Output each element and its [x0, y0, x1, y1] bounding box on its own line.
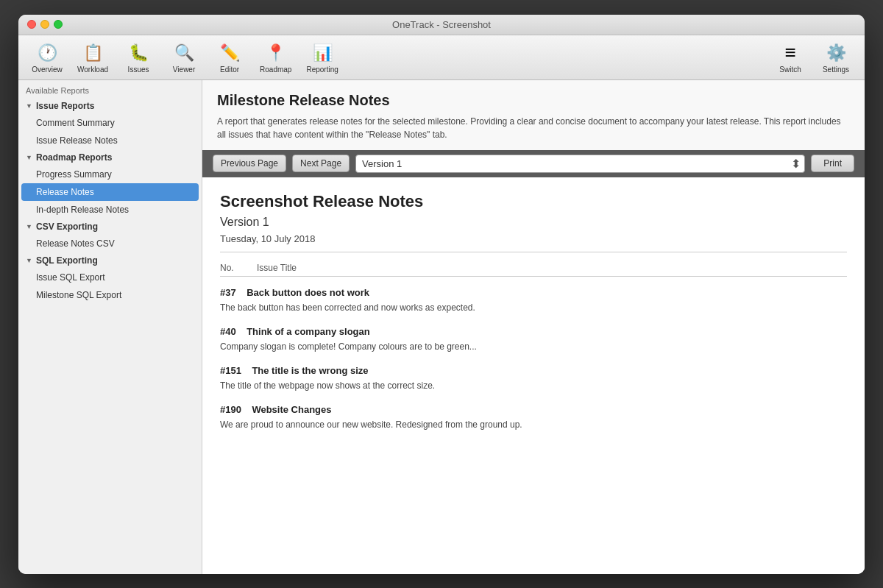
toolbar-editor[interactable]: ✏️ Editor — [210, 40, 249, 75]
sidebar-item-release-notes-csv[interactable]: Release Notes CSV — [18, 235, 202, 252]
close-button[interactable] — [27, 20, 36, 29]
sidebar-group-roadmap-reports[interactable]: ▼ Roadmap Reports — [18, 149, 202, 166]
reporting-label: Reporting — [306, 65, 338, 74]
content-description: A report that generates release notes fo… — [217, 115, 850, 141]
issue-heading-190: #190 Website Changes — [220, 404, 847, 415]
sidebar-item-comment-summary[interactable]: Comment Summary — [18, 114, 202, 132]
content-header: Milestone Release Notes A report that ge… — [202, 80, 865, 150]
issue-heading-151: #151 The title is the wrong size — [220, 365, 847, 376]
issue-heading-37: #37 Back button does not work — [220, 287, 847, 298]
maximize-button[interactable] — [54, 20, 63, 29]
editor-label: Editor — [220, 65, 239, 74]
switch-icon: ≡ — [779, 41, 802, 65]
triangle-icon-4: ▼ — [26, 257, 33, 264]
issue-body-151: The title of the webpage now shows at th… — [220, 379, 847, 392]
next-page-button[interactable]: Next Page — [292, 155, 350, 172]
workload-label: Workload — [77, 65, 108, 74]
sidebar-item-issue-sql-export[interactable]: Issue SQL Export — [18, 269, 202, 286]
sidebar-group-sql-label: SQL Exporting — [36, 255, 98, 266]
version-select-wrapper: Version 1 Version 2 Version 3 ⬍ — [355, 155, 805, 173]
issue-entry-37: #37 Back button does not work The back b… — [220, 287, 847, 314]
sidebar-section-label: Available Reports — [18, 80, 202, 98]
col-title-header: Issue Title — [257, 263, 847, 273]
sidebar-group-issue-reports[interactable]: ▼ Issue Reports — [18, 98, 202, 114]
toolbar-overview[interactable]: 🕐 Overview — [27, 40, 67, 75]
triangle-icon-2: ▼ — [26, 154, 33, 161]
toolbar-viewer[interactable]: 🔍 Viewer — [164, 40, 204, 75]
toolbar: 🕐 Overview 📋 Workload 🐛 Issues 🔍 Viewer … — [18, 35, 865, 80]
col-no-header: No. — [220, 263, 257, 273]
report-area: Screenshot Release Notes Version 1 Tuesd… — [202, 177, 865, 574]
report-table-header: No. Issue Title — [220, 260, 847, 277]
sidebar-group-csv-label: CSV Exporting — [36, 222, 98, 232]
version-select[interactable]: Version 1 Version 2 Version 3 — [355, 155, 805, 173]
toolbar-issues[interactable]: 🐛 Issues — [118, 40, 158, 75]
print-button[interactable]: Print — [811, 155, 854, 172]
traffic-lights — [27, 20, 63, 29]
pagination-bar: Previous Page Next Page Version 1 Versio… — [202, 150, 865, 177]
switch-label: Switch — [779, 65, 801, 74]
issue-heading-40: #40 Think of a company slogan — [220, 326, 847, 337]
toolbar-workload[interactable]: 📋 Workload — [73, 40, 113, 75]
settings-label: Settings — [823, 65, 849, 74]
issue-entry-40: #40 Think of a company slogan Company sl… — [220, 326, 847, 353]
issue-body-37: The back button has been corrected and n… — [220, 301, 847, 314]
sidebar: Available Reports ▼ Issue Reports Commen… — [18, 80, 202, 574]
reporting-icon: 📊 — [311, 41, 334, 65]
issue-entry-190: #190 Website Changes We are proud to ann… — [220, 404, 847, 431]
sidebar-group-roadmap-reports-label: Roadmap Reports — [36, 152, 112, 163]
prev-page-button[interactable]: Previous Page — [213, 155, 286, 172]
report-date: Tuesday, 10 July 2018 — [220, 233, 847, 252]
toolbar-switch[interactable]: ≡ Switch — [770, 40, 810, 75]
issues-icon: 🐛 — [127, 41, 150, 65]
sidebar-item-indepth-release-notes[interactable]: In-depth Release Notes — [18, 201, 202, 219]
window-title: OneTrack - Screenshot — [392, 19, 491, 30]
issues-label: Issues — [128, 65, 149, 74]
overview-icon: 🕐 — [35, 41, 59, 65]
sidebar-group-sql-exporting[interactable]: ▼ SQL Exporting — [18, 252, 202, 269]
toolbar-roadmap[interactable]: 📍 Roadmap — [255, 40, 296, 75]
editor-icon: ✏️ — [218, 41, 241, 65]
sidebar-item-progress-summary[interactable]: Progress Summary — [18, 166, 202, 183]
report-version: Version 1 — [220, 216, 847, 229]
toolbar-settings[interactable]: ⚙️ Settings — [816, 40, 856, 75]
viewer-label: Viewer — [173, 65, 195, 74]
overview-label: Overview — [32, 65, 63, 74]
issue-entry-151: #151 The title is the wrong size The tit… — [220, 365, 847, 392]
minimize-button[interactable] — [40, 20, 49, 29]
sidebar-group-csv-exporting[interactable]: ▼ CSV Exporting — [18, 219, 202, 235]
toolbar-left: 🕐 Overview 📋 Workload 🐛 Issues 🔍 Viewer … — [27, 40, 343, 75]
content-area: Milestone Release Notes A report that ge… — [202, 80, 865, 574]
workload-icon: 📋 — [81, 41, 104, 65]
titlebar: OneTrack - Screenshot — [18, 15, 865, 35]
triangle-icon: ▼ — [26, 102, 33, 110]
toolbar-reporting[interactable]: 📊 Reporting — [302, 40, 342, 75]
issue-body-40: Company slogan is complete! Company colo… — [220, 340, 847, 353]
app-window: OneTrack - Screenshot 🕐 Overview 📋 Workl… — [18, 15, 865, 574]
content-title: Milestone Release Notes — [217, 92, 850, 109]
sidebar-item-issue-release-notes[interactable]: Issue Release Notes — [18, 132, 202, 149]
toolbar-right: ≡ Switch ⚙️ Settings — [770, 40, 856, 75]
sidebar-item-release-notes[interactable]: Release Notes — [21, 183, 199, 201]
settings-icon: ⚙️ — [824, 41, 848, 65]
main-area: Available Reports ▼ Issue Reports Commen… — [18, 80, 865, 574]
viewer-icon: 🔍 — [172, 41, 196, 65]
roadmap-icon: 📍 — [264, 41, 288, 65]
sidebar-item-milestone-sql-export[interactable]: Milestone SQL Export — [18, 286, 202, 304]
report-title: Screenshot Release Notes — [220, 192, 847, 211]
issue-body-190: We are proud to announce our new website… — [220, 418, 847, 431]
triangle-icon-3: ▼ — [26, 223, 33, 230]
sidebar-group-issue-reports-label: Issue Reports — [36, 101, 94, 111]
roadmap-label: Roadmap — [260, 65, 291, 74]
